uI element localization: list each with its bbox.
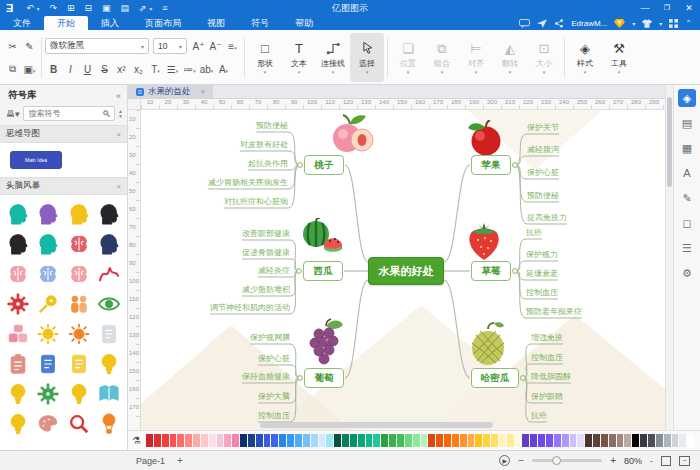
search-idea-icon[interactable]: [65, 411, 93, 437]
note-icon[interactable]: [95, 321, 123, 347]
theme-caret-icon[interactable]: ▾: [659, 20, 662, 27]
color-swatch[interactable]: [295, 434, 302, 447]
color-swatch[interactable]: [240, 434, 247, 447]
pink-brain-icon[interactable]: [4, 261, 32, 287]
redo-icon[interactable]: ↷: [49, 0, 57, 17]
brain-icon[interactable]: [65, 261, 93, 287]
mindmap-leaf[interactable]: 调节神经和肌肉的活动: [210, 302, 290, 314]
sun-cloud-icon[interactable]: [34, 321, 62, 347]
menu-tab-开始[interactable]: 开始: [44, 16, 88, 30]
mindmap-leaf[interactable]: 控制血压: [258, 410, 290, 422]
color-swatch[interactable]: [201, 434, 208, 447]
branch-topic[interactable]: 哈密瓜: [471, 368, 519, 388]
color-swatch[interactable]: [405, 434, 412, 447]
branch-topic[interactable]: 草莓: [471, 261, 511, 281]
color-swatch[interactable]: [522, 434, 529, 447]
library-picker-icon[interactable]: 🖶▾: [6, 109, 20, 119]
color-swatch[interactable]: [452, 434, 459, 447]
draw-panel-icon[interactable]: ✎: [678, 189, 696, 207]
color-swatch[interactable]: [672, 434, 679, 447]
mindmap-leaf[interactable]: 减轻腹泻: [527, 144, 559, 156]
color-swatch[interactable]: [609, 434, 616, 447]
color-swatch[interactable]: [554, 434, 561, 447]
color-swatch[interactable]: [311, 434, 318, 447]
subscript-icon[interactable]: x₂: [130, 64, 147, 75]
color-swatch[interactable]: [530, 434, 537, 447]
settings-panel-icon[interactable]: ⚙: [678, 264, 696, 282]
maximize-icon[interactable]: ❐: [656, 0, 678, 16]
color-swatch[interactable]: [515, 434, 522, 447]
color-swatch[interactable]: [593, 434, 600, 447]
font-family-select[interactable]: 微软雅黑▾: [45, 38, 149, 54]
color-swatch[interactable]: [507, 434, 514, 447]
dual-brain-icon[interactable]: [34, 261, 62, 287]
export-icon[interactable]: ⇗ ▾: [139, 0, 152, 17]
scribble-idea-icon[interactable]: [95, 261, 123, 287]
color-swatch[interactable]: [436, 434, 443, 447]
new-window-icon[interactable]: ⊟: [85, 0, 93, 17]
color-swatch[interactable]: [570, 434, 577, 447]
idea-bulb-icon[interactable]: [4, 381, 32, 407]
color-swatch[interactable]: [342, 434, 349, 447]
layout-panel-icon[interactable]: ▦: [678, 139, 696, 157]
color-swatch[interactable]: [499, 434, 506, 447]
bullet-list-icon[interactable]: ☰▾: [164, 64, 181, 75]
color-swatch[interactable]: [483, 434, 490, 447]
branch-topic[interactable]: 桃子: [304, 155, 344, 175]
color-swatch[interactable]: [428, 434, 435, 447]
checklist-clipboard-icon[interactable]: [4, 351, 32, 377]
mindmap-leaf[interactable]: 减轻炎症: [258, 265, 290, 277]
format-painter-icon[interactable]: ✎: [21, 41, 38, 52]
collapse-ribbon-icon[interactable]: ⌃: [685, 19, 692, 28]
color-swatch[interactable]: [224, 434, 231, 447]
color-swatch[interactable]: [577, 434, 584, 447]
smiley-bulb-icon[interactable]: [4, 411, 32, 437]
brain-head-icon[interactable]: [34, 201, 62, 227]
section-close-icon[interactable]: ×: [116, 182, 121, 191]
close-document-icon[interactable]: ×: [201, 87, 206, 96]
print-icon[interactable]: ▤: [121, 0, 130, 17]
close-icon[interactable]: ✕: [678, 0, 700, 16]
mindmap-canvas[interactable]: 水果的好处桃子预防便秘对皮肤有好处起抗炎作用减少胃肠相关疾病发生对抗癌症和心脏病…: [141, 110, 665, 430]
copy-icon[interactable]: ⧉: [4, 63, 21, 75]
menu-tab-插入[interactable]: 插入: [88, 16, 132, 30]
mindmap-leaf[interactable]: 预防便秘: [527, 190, 559, 202]
menu-tab-符号[interactable]: 符号: [238, 16, 282, 30]
mindmap-leaf[interactable]: 降低胆固醇: [531, 371, 571, 383]
style-button[interactable]: ◈样式▾: [568, 33, 602, 82]
color-swatch[interactable]: [279, 434, 286, 447]
color-swatch[interactable]: [679, 434, 686, 447]
color-swatch[interactable]: [209, 434, 216, 447]
mindmap-leaf[interactable]: 延缓衰老: [526, 268, 558, 280]
italic-icon[interactable]: I: [62, 64, 79, 75]
mindmap-leaf[interactable]: 保护大脑: [258, 391, 290, 403]
zoom-in-button[interactable]: +: [610, 455, 616, 466]
tools-button[interactable]: ⚒工具▾: [602, 33, 636, 82]
art-palette-icon[interactable]: [34, 411, 62, 437]
color-swatch[interactable]: [256, 434, 263, 447]
innovation-globe-icon[interactable]: [34, 381, 62, 407]
symbol-search-box[interactable]: 🔍︎: [23, 106, 116, 121]
question-blocks-icon[interactable]: [4, 321, 32, 347]
gears-icon[interactable]: [4, 291, 32, 317]
style-panel-icon[interactable]: ◈: [678, 89, 696, 107]
section-mindmap[interactable]: ▼ 思维导图 ×: [0, 125, 127, 143]
color-swatch[interactable]: [389, 434, 396, 447]
canvas-vertical-scrollbar[interactable]: [665, 85, 673, 430]
color-swatch[interactable]: [287, 434, 294, 447]
mindmap-leaf[interactable]: 保持血糖健康: [242, 371, 290, 383]
color-swatch[interactable]: [640, 434, 647, 447]
main-idea-shape[interactable]: Main Idea: [10, 151, 62, 169]
cut-icon[interactable]: ✂: [4, 41, 21, 52]
color-swatch[interactable]: [366, 434, 373, 447]
section-close-icon[interactable]: ×: [116, 130, 121, 139]
color-swatch[interactable]: [334, 434, 341, 447]
share-icon[interactable]: [554, 19, 564, 28]
minimize-icon[interactable]: —: [634, 0, 656, 16]
mindmap-leaf[interactable]: 抗癌: [531, 410, 547, 422]
color-swatch[interactable]: [358, 434, 365, 447]
color-swatch[interactable]: [397, 434, 404, 447]
mindmap-leaf[interactable]: 改善眼部健康: [242, 228, 290, 240]
color-swatch[interactable]: [460, 434, 467, 447]
branch-topic[interactable]: 西瓜: [303, 261, 343, 281]
